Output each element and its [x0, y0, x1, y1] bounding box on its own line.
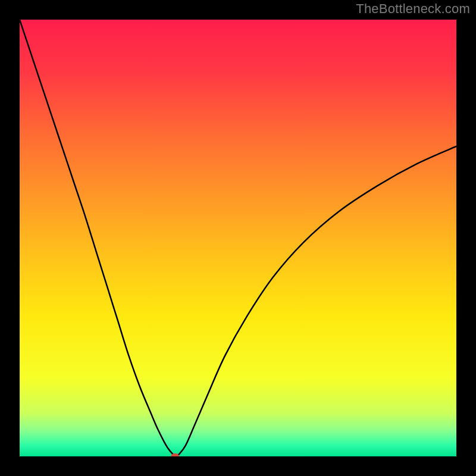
chart-svg: [20, 20, 456, 456]
bottleneck-chart: [20, 20, 456, 456]
gradient-background: [20, 20, 456, 456]
chart-frame: TheBottleneck.com: [0, 0, 476, 476]
watermark-text: TheBottleneck.com: [356, 1, 470, 17]
